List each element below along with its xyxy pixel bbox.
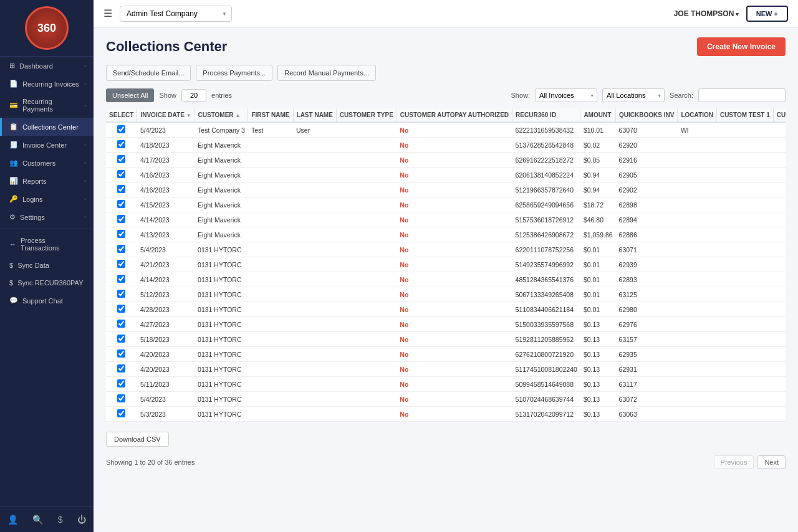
row-checkbox[interactable] (117, 155, 125, 163)
row-checkbox[interactable] (117, 349, 125, 358)
row-checkbox[interactable] (117, 320, 125, 328)
sidebar-item-process-transactions[interactable]: ↔Process Transactions (0, 232, 94, 257)
sidebar-item-dashboard[interactable]: ⊞Dashboard › (0, 57, 94, 75)
row-checkbox[interactable] (117, 125, 125, 133)
sidebar-item-collections-center[interactable]: 📋Collections Center (0, 118, 94, 136)
cell-recur360-id: 4851284365541376 (512, 272, 580, 287)
cell-location (678, 332, 716, 347)
new-button[interactable]: NEW + (746, 6, 788, 22)
row-checkbox[interactable] (117, 290, 125, 298)
user-icon[interactable]: 👤 (5, 512, 21, 527)
cell-custom-test1 (716, 183, 773, 197)
chevron-icon: › (84, 81, 86, 87)
row-checkbox[interactable] (117, 275, 125, 283)
row-checkbox[interactable] (117, 185, 125, 193)
row-checkbox[interactable] (117, 245, 125, 253)
table-row: 4/18/2023 Eight Maverick No 513762852654… (106, 138, 786, 153)
col-first-name[interactable]: FIRST NAME (248, 108, 293, 122)
row-checkbox[interactable] (117, 379, 125, 387)
search-icon[interactable]: 🔍 (30, 512, 46, 527)
download-csv-button[interactable]: Download CSV (106, 432, 169, 447)
cell-customer-type (336, 153, 397, 168)
col-custom-test2[interactable]: CUSTOM TEST 2 (773, 108, 786, 122)
sidebar-item-reports[interactable]: 📊Reports › (0, 172, 94, 190)
power-icon[interactable]: ⏻ (75, 512, 89, 527)
col-recur360-id[interactable]: RECUR360 ID (512, 108, 580, 122)
sidebar-item-customers[interactable]: 👥Customers › (0, 154, 94, 172)
col-last-name[interactable]: LAST NAME (293, 108, 336, 122)
cell-invoice-date: 5/11/2023 (137, 377, 195, 392)
record-manual-button[interactable]: Record Manual Payments... (277, 65, 376, 81)
sidebar-item-recurring-payments[interactable]: 💳Recurring Payments › (0, 93, 94, 118)
search-input[interactable] (698, 88, 786, 102)
row-checkbox[interactable] (117, 260, 125, 268)
cell-last-name (293, 377, 336, 392)
dollar-icon[interactable]: $ (55, 512, 65, 527)
col-invoice-date[interactable]: INVOICE DATE ▼ (137, 108, 195, 122)
row-checkbox[interactable] (117, 394, 125, 402)
recurring-invoices-icon: 📄 (9, 80, 18, 88)
previous-button[interactable]: Previous (714, 455, 754, 469)
cell-first-name (248, 153, 293, 168)
cell-custom-test1 (716, 197, 773, 212)
invoice-filter-select[interactable]: All Invoices Unpaid Paid Overdue (535, 88, 597, 102)
cell-first-name (248, 407, 293, 422)
cell-customer-type (336, 392, 397, 407)
user-name[interactable]: JOE THOMPSON (674, 9, 739, 18)
col-customer[interactable]: CUSTOMER ▲ (195, 108, 248, 122)
location-filter-select[interactable]: All Locations (602, 88, 665, 102)
cell-quickbooks-inv: 62916 (616, 153, 678, 168)
sidebar-item-settings[interactable]: ⚙Settings › (0, 208, 94, 226)
table-footer-area: Download CSV Showing 1 to 20 of 36 entri… (106, 427, 786, 472)
table-row: 4/20/2023 0131 HYTORC No 627621080072192… (106, 347, 786, 362)
cell-amount: $10.01 (580, 122, 616, 138)
col-location[interactable]: LOCATION (678, 108, 716, 122)
sidebar-item-sync-recur360pay[interactable]: $Sync RECUR360PAY (0, 274, 94, 292)
cell-custom-test2 (773, 272, 786, 287)
cell-first-name (248, 227, 293, 242)
cell-custom-test2 (773, 317, 786, 332)
cell-quickbooks-inv: 62976 (616, 317, 678, 332)
sidebar-item-sync-data[interactable]: $Sync Data (0, 257, 94, 274)
row-checkbox[interactable] (117, 335, 125, 343)
sidebar-item-invoice-center[interactable]: 🧾Invoice Center › (0, 136, 94, 154)
col-amount[interactable]: AMOUNT (580, 108, 616, 122)
col-custom-test1[interactable]: CUSTOM TEST 1 (716, 108, 773, 122)
entries-label: entries (211, 92, 232, 99)
unselect-all-button[interactable]: Unselect All (106, 88, 154, 102)
table-row: 5/4/2023 0131 HYTORC No 6220111078752256… (106, 242, 786, 257)
row-checkbox[interactable] (117, 200, 125, 208)
sync-recur360pay-icon: $ (9, 279, 13, 287)
row-checkbox[interactable] (117, 409, 125, 417)
cell-first-name (248, 392, 293, 407)
cell-customer: Eight Maverick (195, 168, 248, 183)
row-checkbox[interactable] (117, 170, 125, 178)
show-input[interactable] (181, 89, 206, 102)
create-invoice-button[interactable]: Create New Invoice (697, 37, 786, 56)
cell-customer-type (336, 242, 397, 257)
company-select[interactable]: Admin Test Company (120, 6, 232, 22)
send-schedule-button[interactable]: Send/Schedule Email... (106, 65, 191, 81)
row-checkbox[interactable] (117, 215, 125, 223)
col-autopay[interactable]: CUSTOMER AUTOPAY AUTHORIZED (397, 108, 512, 122)
process-payments-button[interactable]: Process Payments... (196, 65, 272, 81)
next-button[interactable]: Next (757, 455, 786, 469)
row-checkbox[interactable] (117, 230, 125, 238)
cell-amount: $0.94 (580, 168, 616, 183)
cell-customer: 0131 HYTORC (195, 377, 248, 392)
row-checkbox[interactable] (117, 364, 125, 373)
cell-invoice-date: 4/20/2023 (137, 347, 195, 362)
sidebar-item-support-chat[interactable]: 💬Support Chat (0, 292, 94, 310)
search-label: Search: (670, 92, 693, 99)
cell-location (678, 272, 716, 287)
row-checkbox-cell (106, 392, 137, 407)
cell-recur360-id: 5131702042099712 (512, 407, 580, 422)
sidebar-item-logins[interactable]: 🔑Logins › (0, 190, 94, 208)
sidebar-item-recurring-invoices[interactable]: 📄Recurring Invoices › (0, 75, 94, 93)
cell-custom-test1 (716, 407, 773, 422)
col-quickbooks-inv[interactable]: QUICKBOOKS INV (616, 108, 678, 122)
hamburger-icon[interactable]: ☰ (103, 7, 112, 19)
row-checkbox[interactable] (117, 305, 125, 313)
row-checkbox[interactable] (117, 140, 125, 148)
col-customer-type[interactable]: CUSTOMER TYPE (336, 108, 397, 122)
